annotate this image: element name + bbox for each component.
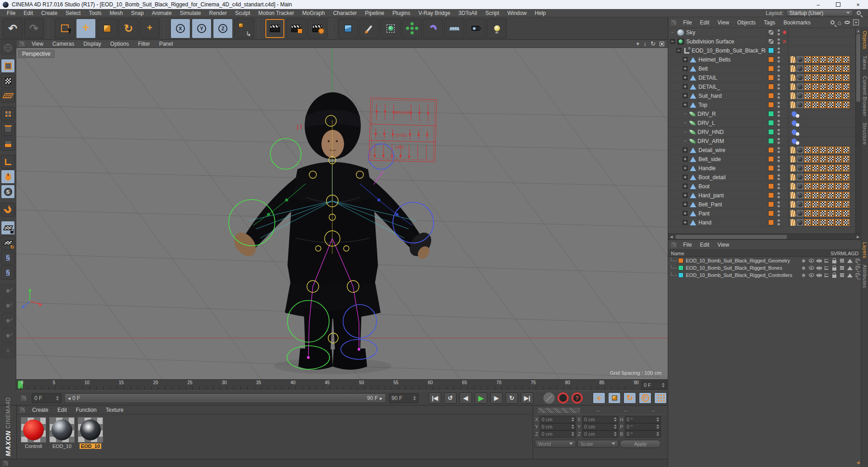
- object-name[interactable]: EOD_10_Bomb_Suit_Black_Rigged: [692, 48, 766, 54]
- selection-tag-icon[interactable]: [820, 101, 826, 108]
- object-name[interactable]: DETAIL: [698, 75, 766, 81]
- object-name[interactable]: Hard_pant: [698, 192, 766, 199]
- selection-tag-icon[interactable]: [843, 183, 849, 190]
- texture-tag-icon[interactable]: [797, 219, 803, 226]
- material-name[interactable]: EOD_10: [80, 443, 101, 449]
- stepper-icon[interactable]: [662, 383, 665, 387]
- object-tags[interactable]: [788, 200, 856, 209]
- texture-tag-icon[interactable]: [797, 83, 803, 90]
- selection-tag-icon[interactable]: [804, 183, 811, 190]
- object-row[interactable]: DRV_L: [668, 119, 856, 128]
- selection-tag-icon[interactable]: [820, 156, 826, 162]
- selection-tag-icon[interactable]: [827, 83, 834, 90]
- weight-tag-icon[interactable]: [790, 83, 796, 90]
- material-name[interactable]: Controll: [24, 443, 43, 449]
- expander-icon[interactable]: [670, 39, 675, 44]
- array-button[interactable]: [402, 19, 422, 38]
- key-parameter-button[interactable]: P: [639, 392, 651, 404]
- object-name[interactable]: Suit_hard: [698, 93, 766, 99]
- material-menu-item[interactable]: Function: [71, 407, 101, 413]
- weight-tag-icon[interactable]: [790, 101, 796, 108]
- stepper-icon[interactable]: [56, 396, 59, 400]
- viewport-menu-item[interactable]: View: [27, 41, 48, 47]
- manager-toggle[interactable]: [823, 266, 830, 270]
- visibility-toggles[interactable]: [776, 48, 781, 53]
- object-tags[interactable]: [788, 73, 856, 82]
- selection-tag-icon[interactable]: [804, 201, 811, 208]
- object-tags[interactable]: [788, 37, 856, 46]
- menu-item[interactable]: Snap: [127, 10, 148, 16]
- frame-range-slider[interactable]: ◂0 F 90 F▸: [64, 393, 386, 403]
- object-name[interactable]: Detail_wire: [698, 147, 766, 153]
- expander-icon[interactable]: [683, 148, 688, 152]
- render-picture-viewer-button[interactable]: [286, 19, 306, 38]
- weight-tag-icon[interactable]: [790, 156, 796, 162]
- layer-color-swatch[interactable]: [768, 120, 774, 126]
- solo-toggle[interactable]: [800, 267, 807, 270]
- menu-item[interactable]: Select: [61, 10, 85, 16]
- magnet-button[interactable]: [1, 203, 15, 217]
- convert-button[interactable]: [1, 41, 15, 55]
- object-manager-menu-item[interactable]: View: [713, 19, 733, 26]
- weight-tag-icon[interactable]: [790, 201, 796, 208]
- object-row[interactable]: Hand: [668, 218, 856, 227]
- visibility-toggles[interactable]: [776, 201, 781, 207]
- object-tags[interactable]: [788, 146, 856, 154]
- object-name[interactable]: Hand: [698, 219, 766, 226]
- solo-toggle[interactable]: [800, 259, 807, 262]
- panel-grip[interactable]: [538, 408, 580, 413]
- weight-tag-icon[interactable]: [790, 65, 796, 72]
- expander-icon[interactable]: [683, 84, 688, 89]
- texture-tag-icon[interactable]: [797, 174, 803, 181]
- layer-color-swatch[interactable]: [768, 57, 774, 62]
- viewport-menu-item[interactable]: Panel: [155, 41, 178, 47]
- snap-button[interactable]: S: [1, 185, 15, 199]
- range-left-arrow[interactable]: ◂: [68, 395, 71, 401]
- object-name[interactable]: DRV_L: [698, 120, 766, 126]
- expander-icon[interactable]: [670, 30, 675, 35]
- object-row[interactable]: Boot_detail: [668, 173, 856, 182]
- selection-tag-icon[interactable]: [843, 165, 849, 172]
- play-button[interactable]: ▶: [475, 392, 487, 404]
- selection-tag-icon[interactable]: [843, 156, 849, 162]
- selection-tag-icon[interactable]: [843, 101, 849, 108]
- selection-tag-icon[interactable]: [812, 147, 819, 153]
- layer-color-swatch[interactable]: [768, 165, 774, 171]
- solo-toggle[interactable]: [800, 274, 807, 277]
- close-button[interactable]: ×: [848, 0, 868, 9]
- layer-color-swatch[interactable]: [768, 129, 774, 135]
- weight-tag-icon[interactable]: [790, 56, 796, 63]
- selection-tag-icon[interactable]: [843, 83, 849, 90]
- selection-tag-icon[interactable]: [804, 156, 811, 162]
- layer-color-swatch[interactable]: [768, 48, 774, 53]
- menu-item[interactable]: MoGraph: [298, 10, 329, 16]
- next-frame-button[interactable]: ▶: [490, 392, 503, 404]
- side-tab[interactable]: Layers: [862, 242, 868, 258]
- menu-item[interactable]: Create: [37, 10, 61, 16]
- texture-tag-icon[interactable]: [797, 165, 803, 172]
- move-tool-button[interactable]: +: [76, 19, 96, 38]
- selection-tag-icon[interactable]: [827, 74, 834, 81]
- side-tab[interactable]: Objects: [862, 31, 868, 49]
- current-frame-field[interactable]: 0 F: [642, 381, 667, 390]
- visibility-toggles[interactable]: [776, 29, 781, 35]
- menu-item[interactable]: Sculpt: [231, 10, 254, 16]
- selection-tag-icon[interactable]: [827, 147, 834, 153]
- material-item[interactable]: EOD_10: [49, 417, 75, 449]
- visibility-toggles[interactable]: [776, 219, 781, 225]
- pin-tool-button-3[interactable]: [1, 314, 15, 328]
- visibility-toggles[interactable]: [776, 147, 781, 153]
- selection-tag-icon[interactable]: [835, 174, 842, 181]
- visibility-toggles[interactable]: [776, 120, 781, 126]
- visibility-toggles[interactable]: [776, 102, 781, 108]
- object-tags[interactable]: [788, 209, 856, 218]
- weight-tag-icon[interactable]: [790, 174, 796, 181]
- visible-toggle[interactable]: [807, 266, 815, 270]
- layer-row[interactable]: EOD_10_Bomb_Suit_Black_Rigged_Controller…: [668, 272, 861, 279]
- maximize-button[interactable]: [828, 0, 848, 9]
- object-row[interactable]: Top: [668, 100, 856, 110]
- coordinate-system-button[interactable]: ↳: [234, 19, 254, 38]
- workplane-lock-button[interactable]: [1, 221, 15, 235]
- object-tags[interactable]: [788, 110, 856, 118]
- pin-tool-button-2[interactable]: [1, 299, 15, 313]
